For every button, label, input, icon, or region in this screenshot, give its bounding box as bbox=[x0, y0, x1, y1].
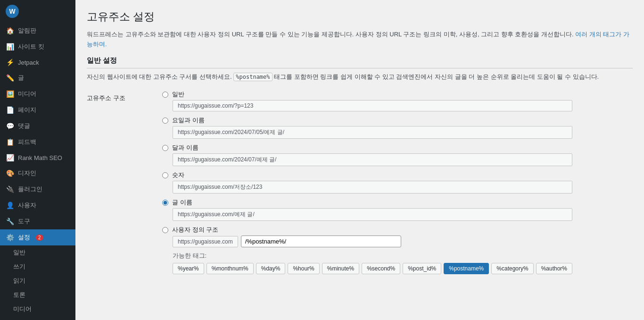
sidebar-item-label: 페이지 bbox=[18, 106, 36, 114]
sub-desc-part1: 자신의 웹사이트에 대한 고유주소 구서를 선택하세요. bbox=[87, 73, 232, 80]
tools-icon: 🔧 bbox=[6, 218, 14, 225]
radio-custom[interactable] bbox=[162, 227, 168, 233]
option-custom-label[interactable]: 사용자 정의 구조 bbox=[162, 226, 572, 234]
sidebar-item-alimfan[interactable]: 🏠 알림판 bbox=[0, 23, 75, 39]
custom-structure-input[interactable] bbox=[241, 236, 401, 247]
option-custom-text: 사용자 정의 구조 bbox=[172, 226, 218, 234]
sidebar-item-label: 미디어 bbox=[18, 90, 36, 98]
option-day-name-text: 요일과 이름 bbox=[172, 116, 205, 125]
sidebar-item-label: 사이트 킷 bbox=[18, 42, 44, 51]
users-icon: 👤 bbox=[6, 202, 14, 209]
option-day-name: 요일과 이름 https://gugaissue.com/2024/07/05/… bbox=[162, 116, 572, 139]
option-month-name: 달과 이름 https://gugaissue.com/2024/07/예제 글… bbox=[162, 143, 572, 166]
option-post-name: 글 이름 https://gugaissue.com/예제 글/ bbox=[162, 198, 572, 221]
example-day-name: https://gugaissue.com/2024/07/05/예제 글/ bbox=[173, 126, 572, 139]
tag-btn-day[interactable]: %day% bbox=[256, 263, 286, 274]
rankmath-icon: 📈 bbox=[6, 154, 14, 161]
sidebar-item-label: 플러그인 bbox=[18, 185, 42, 194]
option-plain-label[interactable]: 일반 bbox=[162, 90, 572, 99]
option-day-name-label[interactable]: 요일과 이름 bbox=[162, 116, 572, 125]
tag-btn-post_id[interactable]: %post_id% bbox=[403, 263, 441, 274]
sub-description: 자신의 웹사이트에 대한 고유주소 구서를 선택하세요. %postname% … bbox=[87, 72, 633, 82]
tag-btn-year[interactable]: %year% bbox=[173, 263, 204, 274]
custom-structure-row: https://gugaissue.com bbox=[173, 236, 572, 247]
sidebar-item-page[interactable]: 📄 페이지 bbox=[0, 102, 75, 118]
option-numeric-text: 숫자 bbox=[172, 171, 184, 179]
sidebar-item-user[interactable]: 👤 사용자 bbox=[0, 197, 75, 213]
sidebar-item-media[interactable]: 🖼️ 미디어 bbox=[0, 86, 75, 102]
sidebar-sub-label: 미디어 bbox=[13, 305, 32, 313]
sidebar-item-jetpack[interactable]: ⚡ Jetpack bbox=[0, 55, 75, 70]
tag-btn-category[interactable]: %category% bbox=[491, 263, 533, 274]
sidebar-item-label: 피드백 bbox=[18, 138, 36, 146]
option-numeric-label[interactable]: 숫자 bbox=[162, 171, 572, 179]
sidebar-sub-label: 읽기 bbox=[13, 277, 25, 285]
sitekit-icon: 📊 bbox=[6, 43, 14, 51]
sidebar-sub-reading[interactable]: 읽기 bbox=[0, 274, 75, 288]
sidebar-item-label: 도구 bbox=[18, 217, 30, 226]
section-title: 일반 설정 bbox=[87, 56, 633, 68]
sub-desc-part2: 태그를 포함하면 링크를 쉽게 이해할 수 있고 검색엔진에서 자신의 글을 더… bbox=[274, 73, 599, 80]
sidebar: W 🏠 알림판 📊 사이트 킷 ⚡ Jetpack ✏️ 글 🖼️ 미디어 📄 … bbox=[0, 0, 75, 320]
sidebar-sub-general[interactable]: 일반 bbox=[0, 245, 75, 260]
tags-row: 가능한 태그: %year%%monthnum%%day%%hour%%minu… bbox=[173, 252, 572, 274]
sidebar-sub-label: 일반 bbox=[13, 248, 25, 257]
sidebar-item-label: Jetpack bbox=[18, 59, 39, 66]
sidebar-sub-permalink[interactable]: 고유주소 bbox=[0, 316, 75, 320]
pages-icon: 📄 bbox=[6, 106, 14, 114]
option-post-name-text: 글 이름 bbox=[172, 198, 192, 207]
option-numeric: 숫자 https://gugaissue.com/저장소/123 bbox=[162, 171, 572, 194]
main-content: 고유주소 설정 워드프레스는 고유주소와 보관함에 대한 사용자 정의 URL … bbox=[75, 0, 644, 320]
tag-btn-second[interactable]: %second% bbox=[362, 263, 400, 274]
description-text: 워드프레스는 고유주소와 보관함에 대한 사용자 정의 URL 구조를 만들 수… bbox=[87, 31, 574, 38]
permalink-structure-label: 고유주소 구조 bbox=[87, 90, 153, 102]
option-month-name-label[interactable]: 달과 이름 bbox=[162, 143, 572, 152]
sidebar-sub-media[interactable]: 미디어 bbox=[0, 302, 75, 316]
sidebar-item-rankmath[interactable]: 📈 Rank Math SEO bbox=[0, 150, 75, 165]
comments-icon: 💬 bbox=[6, 122, 14, 130]
sidebar-sub-discussion[interactable]: 토론 bbox=[0, 288, 75, 302]
tag-btn-monthnum[interactable]: %monthnum% bbox=[206, 263, 254, 274]
radio-day-name[interactable] bbox=[162, 118, 168, 124]
settings-badge: 2 bbox=[36, 235, 43, 241]
sidebar-item-label: 알림판 bbox=[18, 26, 36, 35]
example-post-name: https://gugaissue.com/예제 글/ bbox=[173, 208, 572, 221]
custom-base-url: https://gugaissue.com bbox=[173, 236, 238, 247]
jetpack-icon: ⚡ bbox=[6, 59, 14, 66]
sidebar-logo: W bbox=[0, 0, 75, 23]
plugins-icon: 🔌 bbox=[6, 185, 14, 193]
sidebar-item-label: Rank Math SEO bbox=[18, 154, 62, 161]
sidebar-sub-writing[interactable]: 쓰기 bbox=[0, 260, 75, 274]
sidebar-item-feedback[interactable]: 📋 피드백 bbox=[0, 134, 75, 150]
media-icon: 🖼️ bbox=[6, 90, 14, 98]
radio-post-name[interactable] bbox=[162, 200, 168, 206]
tag-btn-hour[interactable]: %hour% bbox=[288, 263, 319, 274]
radio-numeric[interactable] bbox=[162, 172, 168, 178]
sidebar-sub-label: 토론 bbox=[13, 291, 25, 299]
page-title: 고유주소 설정 bbox=[87, 9, 633, 24]
tag-btn-postname[interactable]: %postname% bbox=[444, 263, 489, 274]
option-post-name-label[interactable]: 글 이름 bbox=[162, 198, 572, 207]
design-icon: 🎨 bbox=[6, 169, 14, 177]
example-month-name: https://gugaissue.com/2024/07/예제 글/ bbox=[173, 153, 572, 166]
sidebar-item-sitekit[interactable]: 📊 사이트 킷 bbox=[0, 39, 75, 55]
permalink-table: 고유주소 구조 일반 https://gugaissue.com/?p=123 … bbox=[87, 90, 633, 274]
tag-btn-minute[interactable]: %minute% bbox=[322, 263, 359, 274]
sidebar-item-design[interactable]: 🎨 디자인 bbox=[0, 165, 75, 181]
option-plain: 일반 https://gugaissue.com/?p=123 bbox=[162, 90, 572, 111]
tag-btn-author[interactable]: %author% bbox=[536, 263, 572, 274]
sidebar-item-label: 댓글 bbox=[18, 122, 30, 130]
sidebar-item-settings[interactable]: ⚙️ 설정 2 bbox=[0, 229, 75, 245]
postname-code: %postname% bbox=[233, 73, 272, 81]
radio-plain[interactable] bbox=[162, 92, 168, 98]
option-month-name-text: 달과 이름 bbox=[172, 143, 198, 152]
sidebar-item-tools[interactable]: 🔧 도구 bbox=[0, 213, 75, 229]
sidebar-item-comment[interactable]: 💬 댓글 bbox=[0, 118, 75, 134]
sidebar-item-label: 사용자 bbox=[18, 201, 36, 210]
sidebar-item-plugin[interactable]: 🔌 플러그인 bbox=[0, 181, 75, 197]
radio-month-name[interactable] bbox=[162, 145, 168, 151]
option-custom: 사용자 정의 구조 https://gugaissue.com 가능한 태그: … bbox=[162, 226, 572, 274]
posts-icon: ✏️ bbox=[6, 74, 14, 82]
sidebar-item-gul[interactable]: ✏️ 글 bbox=[0, 70, 75, 86]
page-description: 워드프레스는 고유주소와 보관함에 대한 사용자 정의 URL 구조를 만들 수… bbox=[87, 30, 633, 50]
